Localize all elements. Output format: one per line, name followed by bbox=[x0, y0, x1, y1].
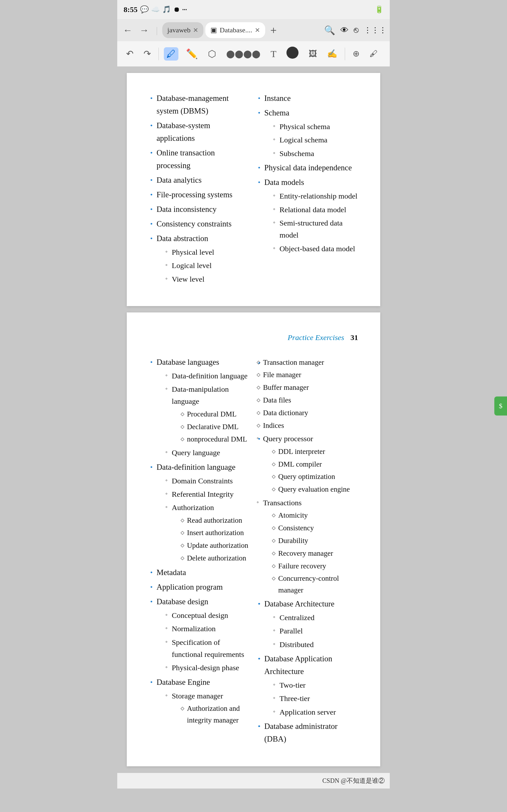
item-text: Application server bbox=[279, 708, 336, 716]
item-text: Database-management system (DBMS) bbox=[157, 94, 229, 115]
list-item: DML compiler bbox=[272, 459, 358, 470]
tab-javaweb[interactable]: javaweb ✕ bbox=[162, 22, 204, 38]
back-button[interactable]: ← bbox=[120, 23, 135, 37]
item-text: Authorization bbox=[172, 503, 214, 512]
list-item: Conceptual design bbox=[165, 609, 250, 621]
music-icon: 🎵 bbox=[162, 5, 171, 14]
list-item: Indices bbox=[257, 420, 358, 432]
item-text: Centralized bbox=[279, 613, 315, 622]
list-item: Physical-design phase bbox=[165, 662, 250, 674]
col2-list-p2: Transaction manager File manager Buffer … bbox=[257, 357, 358, 746]
list-item: Data-manipulation language Procedural DM… bbox=[165, 383, 250, 445]
tab-javaweb-close[interactable]: ✕ bbox=[193, 26, 199, 34]
item-text: Recovery manager bbox=[278, 549, 333, 557]
item-text: Logical level bbox=[172, 261, 212, 270]
list-item: Data files bbox=[257, 395, 358, 406]
list-item: File-processing systems bbox=[149, 189, 250, 201]
list-item: Physical level bbox=[165, 246, 250, 258]
item-text: Insert authorization bbox=[187, 529, 244, 537]
eraser-tool-button[interactable]: ⬡ bbox=[205, 47, 219, 61]
item-text: Consistency constraints bbox=[157, 219, 232, 228]
redo-button[interactable]: ↷ bbox=[141, 47, 153, 60]
col1-list-p2: Database languages Data-definition langu… bbox=[149, 356, 250, 726]
list-item: Domain Constraints bbox=[165, 475, 250, 487]
highlight-tool-button[interactable]: 🖊 bbox=[164, 47, 178, 61]
sub-list: Entity-relationship model Relational dat… bbox=[264, 190, 358, 255]
list-item: Storage manager Authorization and integr… bbox=[165, 690, 250, 726]
item-text: Domain Constraints bbox=[172, 477, 233, 485]
tab-database[interactable]: ▣ Database.... ✕ bbox=[205, 22, 265, 38]
pencil-tool-button[interactable]: 🖋 bbox=[367, 48, 381, 60]
item-text: Indices bbox=[263, 421, 284, 429]
list-item: Read authorization bbox=[181, 515, 250, 526]
zoom-tool-button[interactable]: ⊕ bbox=[350, 48, 362, 60]
selection-tool-button[interactable]: ⬤⬤⬤⬤ bbox=[224, 48, 263, 60]
sub-sub-list: Read authorization Insert authorization … bbox=[172, 515, 250, 564]
item-text: Buffer manager bbox=[263, 384, 309, 392]
item-text: Transaction manager bbox=[263, 358, 324, 366]
share-icon[interactable]: ⎋ bbox=[354, 26, 359, 35]
list-item: Atomicity bbox=[272, 510, 358, 521]
tab-actions: 🔍 👁 ⎋ ⋮⋮⋮ bbox=[324, 25, 387, 36]
item-text: Normalization bbox=[172, 624, 216, 633]
list-item: Database design Conceptual design Normal… bbox=[149, 595, 250, 674]
item-text: Semi-structured data model bbox=[279, 219, 343, 239]
list-item: • Database Application Architecture Two-… bbox=[257, 653, 358, 718]
list-item: Data analytics bbox=[149, 174, 250, 187]
tab-database-close[interactable]: ✕ bbox=[255, 26, 260, 34]
stamp-tool-button[interactable] bbox=[284, 45, 301, 62]
item-text: Failure recovery bbox=[278, 562, 326, 570]
item-text: Specification of functional requirements bbox=[172, 638, 244, 658]
new-tab-button[interactable]: ＋ bbox=[268, 23, 279, 37]
status-time: 8:55 bbox=[124, 5, 137, 14]
tab-icon: ▣ bbox=[210, 26, 217, 34]
forward-button[interactable]: → bbox=[137, 23, 152, 37]
sub-list: Centralized Parallel Distributed bbox=[264, 612, 358, 651]
item-text: Entity-relationship model bbox=[279, 192, 357, 200]
list-item: Schema Physical schema Logical schema Su… bbox=[257, 107, 358, 159]
list-item: Database-system applications bbox=[149, 119, 250, 145]
item-text: Transactions bbox=[263, 499, 302, 507]
list-item: Logical schema bbox=[273, 134, 358, 146]
list-item: Semi-structured data model bbox=[273, 217, 358, 241]
authorization-integrity-item: Authorization and integrity manager bbox=[181, 703, 250, 726]
item-text: Data dictionary bbox=[263, 409, 308, 417]
search-icon[interactable]: 🔍 bbox=[324, 25, 335, 36]
item-text: Application program bbox=[157, 583, 223, 591]
item-text: Physical schema bbox=[279, 122, 330, 131]
item-text: Data models bbox=[264, 178, 304, 187]
item-text: Two-tier bbox=[279, 681, 305, 689]
list-item: Database-management system (DBMS) bbox=[149, 92, 250, 117]
image-tool-button[interactable]: 🖼 bbox=[306, 48, 320, 60]
list-item: Consistency constraints bbox=[149, 217, 250, 230]
list-item: Logical level bbox=[165, 259, 250, 271]
item-text: Subschema bbox=[279, 149, 314, 158]
item-text: Three-tier bbox=[279, 694, 310, 703]
item-text: Query evaluation engine bbox=[278, 485, 350, 493]
sub-list: Storage manager Authorization and integr… bbox=[157, 690, 250, 726]
sub-list: Physical schema Logical schema Subschema bbox=[264, 120, 358, 159]
list-item: Transactions Atomicity Consistency Durab… bbox=[257, 497, 358, 596]
marker-tool-button[interactable]: ✏️ bbox=[183, 47, 200, 61]
sign-tool-button[interactable]: ✍ bbox=[325, 48, 340, 60]
page-2-col1: Database languages Data-definition langu… bbox=[149, 356, 250, 748]
item-text: Physical-design phase bbox=[172, 664, 239, 672]
item-text: Database design bbox=[157, 597, 208, 606]
list-item: Transaction manager bbox=[257, 357, 358, 368]
eye-icon[interactable]: 👁 bbox=[340, 26, 349, 35]
toolbar: ↶ ↷ 🖊 ✏️ ⬡ ⬤⬤⬤⬤ T 🖼 ✍ ⊕ 🖋 bbox=[117, 41, 390, 67]
item-text: Database administrator (DBA) bbox=[264, 722, 337, 743]
list-item: View level bbox=[165, 273, 250, 285]
list-item: Centralized bbox=[273, 612, 358, 623]
text-tool-button[interactable]: T bbox=[268, 47, 279, 61]
more-options-icon[interactable]: ⋮⋮⋮ bbox=[364, 26, 387, 35]
undo-button[interactable]: ↶ bbox=[124, 47, 136, 60]
sub-list: Conceptual design Normalization Specific… bbox=[157, 609, 250, 674]
list-item: Distributed bbox=[273, 639, 358, 651]
item-text: Data analytics bbox=[157, 176, 202, 184]
list-item: Query evaluation engine bbox=[272, 484, 358, 496]
item-text: Procedural DML bbox=[187, 410, 237, 418]
list-item: Specification of functional requirements bbox=[165, 636, 250, 661]
item-text: File manager bbox=[263, 371, 301, 379]
item-text: Data-definition language bbox=[157, 463, 235, 471]
